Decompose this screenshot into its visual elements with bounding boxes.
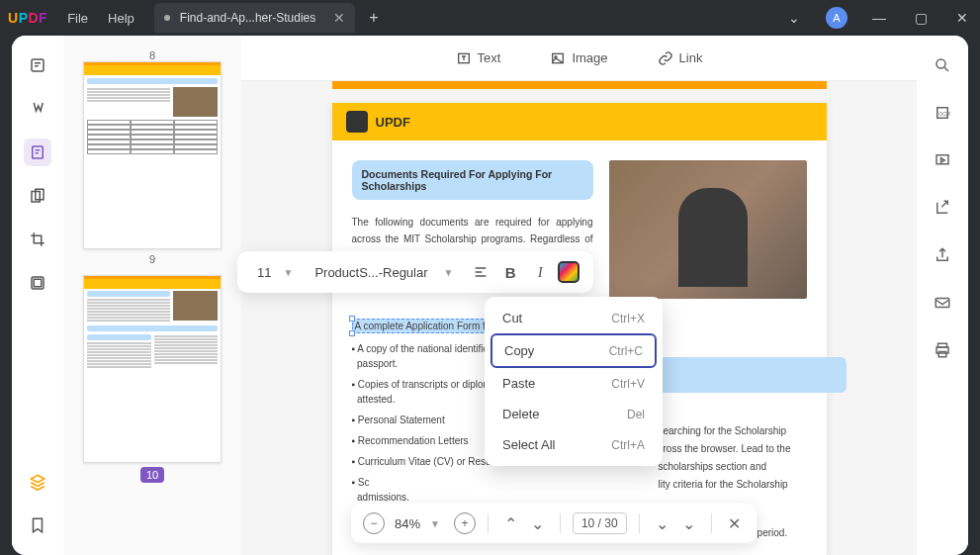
thumbnail-page-9[interactable]: 9 xyxy=(83,61,222,265)
font-family-value[interactable]: ProductS...-Regular xyxy=(309,265,437,280)
edit-pdf-icon[interactable] xyxy=(24,139,51,166)
ctx-cut[interactable]: CutCtrl+X xyxy=(490,303,657,333)
align-icon[interactable] xyxy=(469,260,492,284)
print-icon[interactable] xyxy=(929,336,956,364)
comment-icon[interactable] xyxy=(24,95,51,123)
menu-help[interactable]: Help xyxy=(108,11,134,26)
collapse-icon[interactable]: ⌄ xyxy=(678,514,699,533)
workspace: 8 9 10 Text Image Link xyxy=(12,36,968,555)
layers-icon[interactable] xyxy=(24,468,51,496)
tab-modified-indicator xyxy=(164,15,170,21)
text-color-button[interactable] xyxy=(558,261,579,283)
menu-file[interactable]: File xyxy=(67,11,88,26)
bold-button[interactable]: B xyxy=(498,260,522,284)
search-icon[interactable] xyxy=(929,51,956,79)
chevron-down-icon[interactable]: ⌄ xyxy=(784,10,804,26)
thumb-number: 9 xyxy=(83,253,222,265)
app-logo: UPDF xyxy=(8,10,47,26)
text-tool-button[interactable]: Text xyxy=(456,50,501,66)
zoom-value: 84% xyxy=(395,516,420,531)
thumbnail-panel: 8 9 10 xyxy=(63,36,241,555)
image-tool-button[interactable]: Image xyxy=(550,50,607,66)
tab-title: Find-and-Ap...her-Studies xyxy=(180,11,315,25)
ctx-delete[interactable]: DeleteDel xyxy=(490,399,657,429)
right-rail: OCR xyxy=(917,36,968,555)
share-icon[interactable] xyxy=(929,241,956,269)
window-minimize-icon[interactable]: — xyxy=(869,10,889,26)
svg-text:OCR: OCR xyxy=(938,111,950,117)
svg-point-9 xyxy=(936,59,945,68)
stock-photo xyxy=(609,160,807,299)
left-rail xyxy=(12,36,63,555)
redact-icon[interactable] xyxy=(24,269,51,297)
organize-pages-icon[interactable] xyxy=(24,182,51,210)
close-toolbar-icon[interactable]: ✕ xyxy=(724,514,745,533)
crop-icon[interactable] xyxy=(24,226,51,253)
main-view: Text Image Link UPDF Documents Required … xyxy=(241,36,917,555)
ocr-icon[interactable]: OCR xyxy=(929,99,956,127)
thumb-number-current: 10 xyxy=(140,467,164,483)
zoom-page-toolbar: − 84% ▼ + ⌃ ⌄ 10 / 30 ⌄ ⌄ ✕ xyxy=(351,504,757,543)
edit-toolbar: Text Image Link xyxy=(241,36,917,81)
text-format-toolbar: 11 ▼ ProductS...-Regular ▼ B I xyxy=(237,251,593,293)
svg-rect-13 xyxy=(935,299,949,308)
dropdown-icon[interactable]: ▼ xyxy=(430,518,440,529)
tab-close-icon[interactable]: ✕ xyxy=(333,10,345,26)
user-avatar[interactable]: A xyxy=(826,7,847,29)
right-column-text: searching for the Scholarshipcross the b… xyxy=(659,422,846,494)
zoom-out-button[interactable]: − xyxy=(363,512,385,534)
dropdown-icon[interactable]: ▼ xyxy=(443,267,453,278)
page-header: UPDF xyxy=(332,103,827,140)
expand-down-icon[interactable]: ⌄ xyxy=(652,514,672,533)
italic-button[interactable]: I xyxy=(528,260,552,284)
slideshow-icon[interactable] xyxy=(929,146,956,174)
svg-rect-5 xyxy=(34,279,42,287)
bookmark-icon[interactable] xyxy=(24,511,51,539)
prev-page-icon[interactable]: ⌃ xyxy=(500,514,521,533)
export-icon[interactable] xyxy=(929,194,956,222)
window-maximize-icon[interactable]: ▢ xyxy=(911,10,931,26)
page-brand: UPDF xyxy=(376,115,410,130)
updf-logo-icon xyxy=(346,111,368,133)
tab-add-icon[interactable]: + xyxy=(369,9,378,27)
section-heading: Documents Required For Applying For Scho… xyxy=(352,160,593,200)
callout-box xyxy=(659,357,846,393)
zoom-in-button[interactable]: + xyxy=(454,512,476,534)
context-menu: CutCtrl+X CopyCtrl+C PasteCtrl+V DeleteD… xyxy=(485,297,663,466)
ctx-select-all[interactable]: Select AllCtrl+A xyxy=(490,429,657,460)
document-tab[interactable]: Find-and-Ap...her-Studies ✕ xyxy=(154,3,355,33)
link-tool-button[interactable]: Link xyxy=(658,50,703,66)
reader-mode-icon[interactable] xyxy=(24,51,51,79)
thumbnail-page-10[interactable]: 10 xyxy=(83,275,222,483)
page-indicator[interactable]: 10 / 30 xyxy=(573,512,627,534)
ctx-paste[interactable]: PasteCtrl+V xyxy=(490,368,657,399)
window-close-icon[interactable]: ✕ xyxy=(952,10,972,26)
thumb-number: 8 xyxy=(83,49,222,61)
ctx-copy[interactable]: CopyCtrl+C xyxy=(490,333,657,368)
mail-icon[interactable] xyxy=(929,289,956,317)
next-page-icon[interactable]: ⌄ xyxy=(527,514,548,533)
titlebar: UPDF File Help Find-and-Ap...her-Studies… xyxy=(0,0,980,36)
font-size-value[interactable]: 11 xyxy=(251,265,277,280)
dropdown-icon[interactable]: ▼ xyxy=(283,267,293,278)
